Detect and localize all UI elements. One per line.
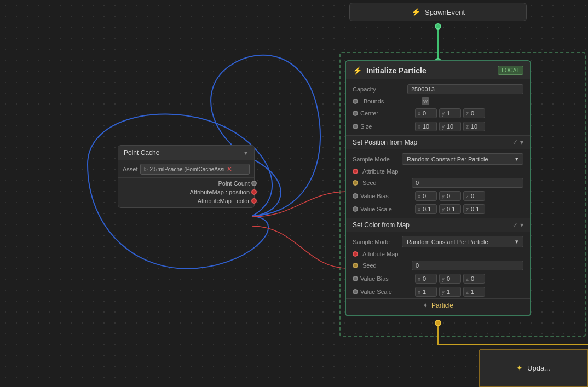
pos-scale-y[interactable]: y0.1 — [439, 204, 461, 214]
init-particle-body: Capacity 2500013 Bounds W Center x0 y1 z… — [346, 79, 530, 315]
position-bias-dot — [353, 193, 358, 199]
center-row: Center x0 y1 z0 — [346, 107, 530, 120]
pos-scale-z[interactable]: z0.1 — [463, 204, 485, 214]
bounds-row: Bounds W — [346, 96, 530, 107]
pos-bias-x[interactable]: x0 — [415, 191, 437, 201]
point-count-row: Point Count — [118, 179, 254, 188]
update-node: ✦ Upda... — [479, 349, 588, 387]
position-value-bias-row: Value Bias x0 y0 z0 — [346, 189, 530, 203]
col-scale-x[interactable]: x1 — [415, 287, 437, 297]
set-color-section-header: Set Color from Map ✓ ▾ — [346, 218, 530, 232]
col-bias-x[interactable]: x0 — [415, 274, 437, 284]
collapse-arrow[interactable]: ▼ — [243, 150, 249, 156]
color-attribute-map-row: Attribute Map — [346, 249, 530, 259]
spawn-event-node: ⚡ SpawnEvent — [349, 3, 527, 21]
bounds-input-dot[interactable] — [353, 99, 358, 104]
local-badge: LOCAL — [498, 66, 523, 75]
size-y-field[interactable]: y10 — [439, 122, 461, 131]
size-x-field[interactable]: x10 — [415, 122, 437, 131]
particle-icon: ✦ — [423, 302, 428, 309]
pos-bias-y[interactable]: y0 — [439, 191, 461, 201]
color-sample-mode-row: Sample Mode Random Constant Per Particle… — [346, 234, 530, 249]
chevron-icon[interactable]: ▾ — [520, 138, 523, 146]
size-label: Size — [360, 123, 415, 130]
position-sample-mode-row: Sample Mode Random Constant Per Particle… — [346, 152, 530, 166]
position-sample-dropdown-arrow: ▾ — [515, 155, 518, 163]
color-chevron-icon[interactable]: ▾ — [520, 221, 523, 229]
particle-output-row: ✦ Particle — [346, 298, 530, 312]
update-icon: ✦ — [516, 363, 523, 372]
asset-label: Asset — [123, 166, 138, 172]
position-seed-dot[interactable] — [353, 180, 358, 186]
position-attribute-map-row: Attribute Map — [346, 166, 530, 176]
asset-value-field[interactable]: ▷ 2.5milPcache (PointCacheAssi ✕ — [140, 164, 250, 175]
init-header-left: ⚡ Initialize Particle — [353, 66, 426, 75]
attributemap-position-label: AttributeMap : position — [190, 189, 250, 195]
particle-label: Particle — [431, 302, 453, 309]
center-x-field[interactable]: x0 — [415, 108, 437, 118]
set-position-controls: ✓ ▾ — [512, 138, 523, 146]
asset-close-button[interactable]: ✕ — [227, 165, 232, 173]
set-position-title: Set Position from Map — [353, 138, 417, 146]
center-y-field[interactable]: y1 — [439, 108, 461, 118]
color-value-scale-row: Value Scale x1 y1 z1 — [346, 285, 530, 298]
set-position-section-header: Set Position from Map ✓ ▾ — [346, 135, 530, 149]
attributemap-position-row: AttributeMap : position — [118, 188, 254, 197]
color-bias-xyz: x0 y0 z0 — [415, 274, 523, 284]
size-xyz: x10 y10 z10 — [415, 122, 523, 131]
color-scale-xyz: x1 y1 z1 — [415, 287, 523, 297]
size-z-field[interactable]: z10 — [463, 122, 485, 131]
update-node-title: Upda... — [527, 364, 550, 372]
color-check-icon[interactable]: ✓ — [512, 221, 518, 229]
center-z-field[interactable]: z0 — [463, 108, 485, 118]
col-bias-z[interactable]: z0 — [463, 274, 485, 284]
position-sample-mode-select[interactable]: Random Constant Per Particle ▾ — [402, 153, 523, 165]
size-input-dot — [353, 124, 358, 129]
color-sample-mode-select[interactable]: Random Constant Per Particle ▾ — [402, 236, 523, 247]
attributemap-color-dot[interactable] — [251, 198, 257, 204]
init-particle-header: ⚡ Initialize Particle LOCAL — [346, 61, 530, 79]
point-count-dot[interactable] — [251, 181, 257, 186]
color-bias-label: Value Bias — [360, 275, 415, 282]
check-icon[interactable]: ✓ — [512, 138, 518, 146]
position-seed-row: Seed 0 — [346, 176, 530, 189]
position-sample-mode-value: Random Constant Per Particle — [407, 156, 488, 163]
center-label: Center — [360, 110, 415, 117]
pos-bias-z[interactable]: z0 — [463, 191, 485, 201]
color-sample-mode-value: Random Constant Per Particle — [407, 239, 488, 245]
capacity-value[interactable]: 2500013 — [407, 84, 523, 94]
position-seed-value[interactable]: 0 — [412, 178, 523, 188]
attributemap-color-label: AttributeMap : color — [198, 198, 250, 204]
size-row: Size x10 y10 z10 — [346, 120, 530, 133]
asset-value-text: 2.5milPcache (PointCacheAssi — [150, 166, 225, 172]
col-scale-z[interactable]: z1 — [463, 287, 485, 297]
point-cache-header: Point Cache ▼ — [118, 146, 254, 160]
spawn-node-title: SpawnEvent — [425, 8, 465, 16]
color-attr-map-label: Attribute Map — [362, 251, 523, 257]
position-scale-xyz: x0.1 y0.1 z0.1 — [415, 204, 523, 214]
color-seed-value[interactable]: 0 — [412, 261, 523, 270]
col-scale-y[interactable]: y1 — [439, 287, 461, 297]
lightning-icon: ⚡ — [411, 8, 420, 16]
point-cache-title: Point Cache — [124, 149, 159, 157]
point-cache-body: Asset ▷ 2.5milPcache (PointCacheAssi ✕ P… — [118, 160, 254, 207]
bounds-icon: W — [422, 97, 429, 105]
point-cache-node: Point Cache ▼ Asset ▷ 2.5milPcache (Poin… — [118, 145, 255, 208]
set-color-controls: ✓ ▾ — [512, 221, 523, 229]
center-input-dot — [353, 111, 358, 116]
initialize-particle-node: ⚡ Initialize Particle LOCAL Capacity 250… — [345, 60, 531, 316]
bounds-label: Bounds — [364, 98, 418, 105]
init-particle-title: Initialize Particle — [366, 66, 426, 75]
col-bias-y[interactable]: y0 — [439, 274, 461, 284]
color-seed-dot[interactable] — [353, 263, 358, 268]
capacity-row: Capacity 2500013 — [346, 83, 530, 96]
color-sample-mode-label: Sample Mode — [353, 239, 402, 245]
pos-scale-x[interactable]: x0.1 — [415, 204, 437, 214]
position-attr-map-dot[interactable] — [353, 169, 358, 174]
color-attr-map-dot[interactable] — [353, 251, 358, 257]
attributemap-position-dot[interactable] — [251, 189, 257, 195]
color-sample-dropdown-arrow: ▾ — [515, 238, 518, 245]
position-scale-dot — [353, 206, 358, 212]
set-color-title: Set Color from Map — [353, 221, 410, 229]
position-attr-map-label: Attribute Map — [362, 168, 523, 175]
